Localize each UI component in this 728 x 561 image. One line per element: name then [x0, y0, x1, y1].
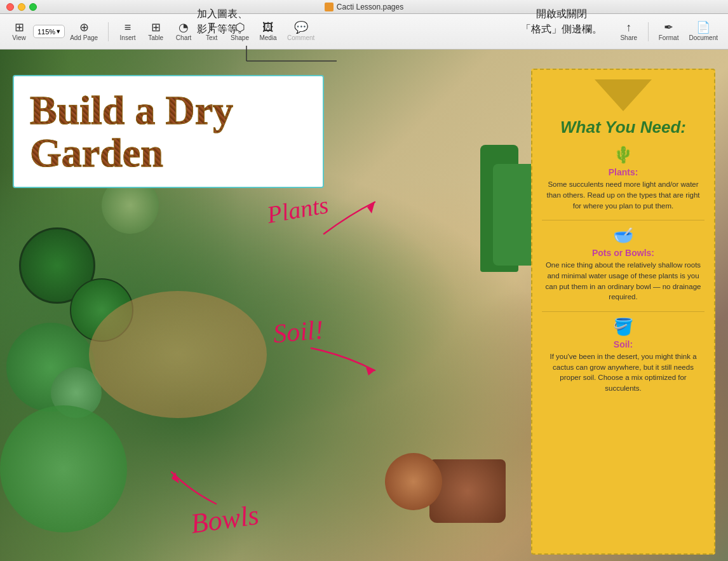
minimize-button[interactable] [18, 3, 25, 11]
panel-soil-section: 🪣 Soil: If you've been in the desert, yo… [542, 317, 704, 394]
table-button[interactable]: ⊞ Table [142, 19, 170, 44]
format-icon: ✒ [664, 22, 673, 33]
share-button[interactable]: ↑ Share [615, 19, 643, 44]
maximize-button[interactable] [29, 3, 37, 11]
arrow-shape [595, 79, 652, 111]
plants-title: Plants: [542, 167, 704, 177]
bowls-arrow-svg [165, 459, 229, 510]
view-button[interactable]: ⊞ View [5, 19, 33, 44]
plants-text: Some succulents need more light and/or w… [542, 179, 704, 211]
media-button[interactable]: 🖼 Media [254, 19, 282, 44]
pots-icon: 🥣 [542, 226, 704, 245]
chart-button[interactable]: ◔ Chart [170, 19, 198, 44]
chevron-down-icon: ▾ [57, 27, 60, 36]
view-icon: ⊞ [15, 22, 24, 33]
add-page-button[interactable]: ⊕ Add Page [65, 19, 103, 44]
chart-icon: ◔ [179, 22, 189, 33]
text-icon: T [208, 22, 215, 33]
soil-pot [429, 459, 506, 523]
divider-2 [542, 311, 704, 312]
plants-icon: 🌵 [542, 145, 704, 165]
plant-circle-5 [0, 405, 127, 532]
soil-icon: 🪣 [542, 317, 704, 337]
pots-text: One nice thing about the relatively shal… [542, 260, 704, 302]
title-text-box[interactable]: Build a Dry Garden [13, 75, 324, 188]
window-title: Cacti Lesson.pages [325, 3, 403, 11]
bowl [385, 453, 442, 510]
traffic-lights [6, 3, 37, 11]
shape-button[interactable]: ⬡ Shape [226, 19, 254, 44]
soil-arrow-svg [305, 335, 388, 380]
shape-icon: ⬡ [235, 22, 245, 33]
app-icon [325, 3, 334, 11]
insert-button[interactable]: ≡ Insert [114, 19, 142, 44]
pots-title: Pots or Bowls: [542, 248, 704, 258]
title-text: Build a Dry Garden [30, 89, 307, 174]
table-icon: ⊞ [151, 22, 161, 33]
divider-1 [542, 220, 704, 220]
title-bar: Cacti Lesson.pages [0, 0, 728, 14]
document-canvas: Build a Dry Garden Plants Soil! Bowls Wh… [0, 50, 728, 561]
separator-2 [648, 22, 649, 41]
panel-pots-section: 🥣 Pots or Bowls: One nice thing about th… [542, 226, 704, 302]
plants-arrow-svg [311, 189, 388, 240]
document-button[interactable]: 📄 Document [684, 19, 723, 44]
add-page-icon: ⊕ [79, 22, 89, 33]
soil-title: Soil: [542, 339, 704, 349]
basket [89, 291, 267, 418]
comment-button[interactable]: 💬 Comment [282, 19, 320, 44]
separator-1 [108, 22, 109, 41]
document-icon: 📄 [696, 22, 710, 33]
soil-text: If you've been in the desert, you might … [542, 351, 704, 394]
panel-title: What You Need: [542, 118, 704, 137]
panel-arrow [542, 79, 704, 111]
media-icon: 🖼 [262, 22, 274, 33]
close-button[interactable] [6, 3, 14, 11]
zoom-button[interactable]: 115% ▾ [33, 25, 65, 38]
insert-icon: ≡ [125, 22, 131, 33]
share-icon: ↑ [626, 22, 631, 33]
text-button[interactable]: T Text [198, 19, 226, 44]
comment-icon: 💬 [294, 22, 308, 33]
info-panel: What You Need: 🌵 Plants: Some succulents… [531, 69, 715, 555]
toolbar: ⊞ View 115% ▾ ⊕ Add Page ≡ Insert ⊞ Tabl… [0, 14, 728, 50]
format-button[interactable]: ✒ Format [654, 19, 684, 44]
panel-plants-section: 🌵 Plants: Some succulents need more ligh… [542, 145, 704, 211]
